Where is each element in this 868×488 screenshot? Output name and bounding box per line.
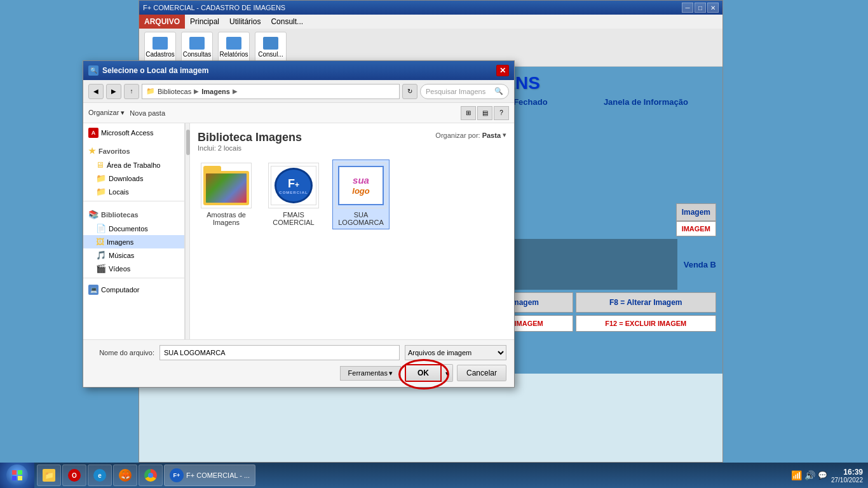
taskbar-filemanager[interactable]: 📁 [37,464,61,486]
sidebar-item-downloads[interactable]: 📁 Downloads [83,172,184,185]
f8-alter-btn[interactable]: F8 = Alterar Imagem [576,292,717,313]
downloads-folder-icon: 📁 [96,173,106,183]
locais-folder-icon: 📁 [96,187,106,196]
menu-utilitarios[interactable]: Utilitários [224,15,266,29]
dialog-toolbar2: Organizar ▾ Nova pasta ⊞ ▤ ? [83,103,514,123]
maximize-button[interactable]: □ [695,3,706,13]
library-subtitle: Inclui: 2 locais [198,144,302,152]
sidebar-musicas-label: Músicas [109,252,134,259]
toolbar-cadastros[interactable]: Cadastros [144,32,176,64]
search-placeholder: Pesquisar Imagens [426,88,485,95]
file-item-fmais[interactable]: F+ COMERCIAL FMAISCOMERCIAL [265,159,322,229]
notification-icon: 💬 [818,471,827,480]
chrome-icon [144,469,157,482]
sidebar-videos-label: Vídeos [109,265,130,273]
forward-button[interactable]: ▶ [106,84,121,99]
svg-rect-2 [12,476,17,480]
pasta-btn[interactable]: Pasta [482,132,501,139]
sidebar-locais-label: Locais [109,188,129,196]
cadastros-label: Cadastros [146,51,175,58]
taskbar-opera[interactable]: O [62,464,86,486]
file-item-sualogomarca[interactable]: sua logo SUALOGOMARCA [332,159,390,229]
sidebar-item-computador[interactable]: 💻 Computador [83,283,184,297]
ok-button[interactable]: OK [405,364,442,382]
ok-button-group: OK ▾ [405,364,453,382]
file-item-amostras[interactable]: Amostras deImagens [198,159,255,229]
view-list-button[interactable]: ⊞ [461,106,476,120]
nova-pasta-button[interactable]: Nova pasta [130,109,165,117]
sidebar-item-msaccess[interactable]: A Microsoft Access [83,126,184,140]
up-button[interactable]: ↑ [124,84,139,99]
close-button[interactable]: ✕ [707,3,719,13]
file-dialog: 🔍 Selecione o Local da imagem ✕ ◀ ▶ ↑ 📁 … [83,60,515,388]
taskbar-fplus-active[interactable]: F+ F+ COMERCIAL - ... [164,464,255,486]
consult2-icon [263,37,278,50]
app-title: F+ COMERCIAL - CADASTRO DE IMAGENS [143,4,285,11]
filename-input[interactable] [159,345,400,360]
star-icon: ★ [88,146,96,156]
taskbar: 📁 O e 🦊 F+ F+ COMERCIAL - ... � [0,463,868,488]
f12-excl-btn[interactable]: F12 = EXCLUIR IMAGEM [576,315,717,332]
fmais-name: FMAISCOMERCIAL [273,211,314,226]
organize-por-section: Organizar por: Pasta ▾ [435,131,506,139]
ferramentas-arrow-icon: ▾ [389,369,393,377]
menu-bar: ARQUIVO Principal Utilitários Consult... [139,15,722,29]
view-details-button[interactable]: ▤ [477,106,492,120]
sualogo-name: SUALOGOMARCA [338,211,384,226]
consultas-icon [189,37,205,50]
dialog-title: Selecione o Local da imagem [102,66,208,75]
imagem-btn-right[interactable]: Imagem [676,203,716,221]
ok-dropdown-button[interactable]: ▾ [442,364,453,382]
sualogo-thumb: sua logo [336,163,386,208]
sidebar-documentos-label: Documentos [109,225,148,233]
menu-arquivo[interactable]: ARQUIVO [139,15,185,29]
toolbar-relatorios[interactable]: Relatórios [218,32,250,64]
dialog-close-button[interactable]: ✕ [496,65,509,76]
sidebar-item-imagens[interactable]: 🖼 Imagens [83,235,184,248]
menu-principal[interactable]: Principal [185,15,224,29]
start-button[interactable] [0,463,34,488]
search-bar[interactable]: Pesquisar Imagens 🔍 [420,84,509,99]
view-help-button[interactable]: ? [494,106,509,120]
sidebar-msaccess-label: Microsoft Access [101,129,154,137]
filetype-select[interactable]: Arquivos de imagem [405,345,506,360]
sidebar-item-locais[interactable]: 📁 Locais [83,185,184,198]
libraries-icon: 📚 [88,210,98,219]
sidebar-item-documentos[interactable]: 📄 Documentos [83,222,184,235]
dialog-nav-toolbar: ◀ ▶ ↑ 📁 Bibliotecas ▶ Imagens ▶ ↻ Pesqui… [83,80,514,103]
taskbar-fplus-label: F+ COMERCIAL - ... [186,471,250,479]
minimize-button[interactable]: ─ [682,3,693,13]
chevron-down-icon: ▾ [503,131,506,139]
taskbar-ie[interactable]: e [88,464,112,486]
back-button[interactable]: ◀ [88,84,104,99]
sidebar-item-musicas[interactable]: 🎵 Músicas [83,248,184,262]
dialog-sidebar: A Microsoft Access ★ Favoritos 🖥 Área de… [83,123,185,339]
label-informacao: Janela de Informação [604,97,688,107]
cancel-button[interactable]: Cancelar [457,365,506,381]
refresh-button[interactable]: ↻ [402,84,417,99]
taskbar-firefox[interactable]: 🦊 [113,464,137,486]
dialog-title-bar: 🔍 Selecione o Local da imagem ✕ [83,61,514,80]
taskbar-chrome[interactable] [139,464,163,486]
sidebar-item-videos[interactable]: 🎬 Vídeos [83,262,184,275]
sidebar-bibliotecas-header: 📚 Bibliotecas [83,207,184,222]
firefox-icon: 🦊 [119,469,132,482]
menu-consult[interactable]: Consult... [266,15,308,29]
sidebar-scrollbar[interactable] [185,123,190,339]
venda-b-label: Venda B [684,260,716,269]
dialog-main-area: Biblioteca Imagens Inclui: 2 locais Orga… [190,123,514,339]
volume-icon: 🔊 [804,470,815,480]
organize-button[interactable]: Organizar ▾ [88,109,125,117]
clock-time: 16:39 [831,468,863,477]
sidebar-area-trabalho-label: Área de Trabalho [107,161,160,169]
taskbar-clock[interactable]: 16:39 27/10/2022 [831,468,863,484]
sidebar-item-area-trabalho[interactable]: 🖥 Área de Trabalho [83,158,184,172]
toolbar-consultas[interactable]: Consultas [181,32,213,64]
ferramentas-button[interactable]: Ferramentas ▾ [340,366,401,381]
sidebar-computador-label: Computador [101,286,140,294]
path-bar[interactable]: 📁 Bibliotecas ▶ Imagens ▶ [142,84,400,99]
file-grid: Amostras deImagens F+ COMERCIAL FMAISCOM… [198,159,506,229]
toolbar-consult2[interactable]: Consul... [255,32,287,64]
fmais-thumb: F+ COMERCIAL [268,163,319,208]
imagem-excl-right[interactable]: IMAGEM [676,221,716,236]
